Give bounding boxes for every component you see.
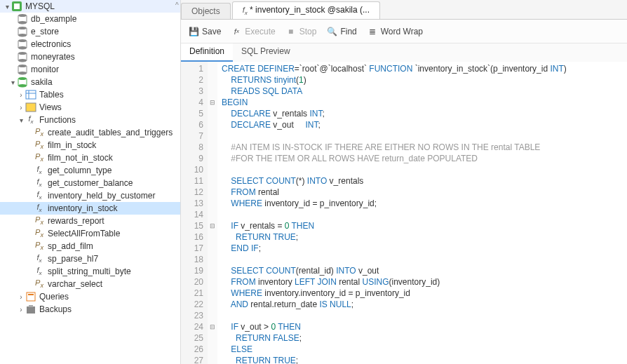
expand-icon[interactable]: ›	[17, 104, 25, 112]
code-line[interactable]: RETURN TRUE;	[222, 355, 623, 364]
code-line[interactable]	[222, 310, 623, 321]
function-label: inventory_held_by_customer	[48, 191, 155, 201]
svg-rect-16	[26, 103, 36, 112]
fold-marker	[208, 86, 217, 97]
function-inventory_in_stock[interactable]: fxinventory_in_stock	[0, 202, 180, 215]
line-number: 13	[182, 198, 203, 209]
database-electronics[interactable]: electronics	[0, 38, 180, 50]
fold-marker[interactable]: ⊟	[208, 97, 217, 108]
tab-objects[interactable]: Objects	[181, 3, 231, 19]
code-line[interactable]: WHERE inventory.inventory_id = p_invento…	[222, 288, 623, 299]
code-line[interactable]	[222, 209, 623, 220]
save-button[interactable]: 💾Save	[188, 26, 221, 37]
svg-point-5	[18, 39, 27, 42]
find-button[interactable]: 🔍Find	[326, 26, 356, 37]
code-editor[interactable]: 1234567891011121314151617181920212223242…	[181, 62, 627, 364]
code-line[interactable]: SELECT COUNT(*) INTO v_rentals	[222, 175, 623, 187]
expand-icon[interactable]: ›	[17, 306, 25, 314]
subtab-definition[interactable]: Definition	[181, 43, 233, 62]
code-line[interactable]: RETURNS tinyint(1)	[222, 74, 623, 86]
code-line[interactable]: WHERE inventory_id = p_inventory_id;	[222, 198, 623, 209]
function-icon: fx	[34, 190, 45, 201]
procedure-icon: Px	[34, 152, 45, 163]
code-line[interactable]: AND rental.return_date IS NULL;	[222, 299, 623, 310]
line-number: 22	[182, 299, 203, 310]
code-line[interactable]: FROM inventory LEFT JOIN rental USING(in…	[222, 276, 623, 288]
function-film_not_in_stock[interactable]: Pxfilm_not_in_stock	[0, 151, 180, 164]
code-line[interactable]: END IF;	[222, 243, 623, 254]
database-icon	[17, 76, 28, 88]
function-get_column_type[interactable]: fxget_column_type	[0, 164, 180, 177]
fold-marker[interactable]: ⊟	[208, 220, 217, 231]
code-line[interactable]: IF v_rentals = 0 THEN	[222, 220, 623, 231]
function-get_customer_balance[interactable]: fxget_customer_balance	[0, 177, 180, 189]
database-monitor[interactable]: monitor	[0, 63, 180, 76]
code-line[interactable]	[222, 164, 623, 175]
expand-icon[interactable]: ▾	[8, 79, 17, 86]
function-sp_add_film[interactable]: Pxsp_add_film	[0, 240, 180, 252]
folder-tables[interactable]: ›Tables	[0, 88, 180, 101]
code-line[interactable]: ELSE	[222, 344, 623, 355]
code-area[interactable]: CREATE DEFINER=`root`@`localhost` FUNCTI…	[217, 62, 627, 364]
code-line[interactable]: IF v_out > 0 THEN	[222, 321, 623, 332]
connection-root[interactable]: ▾ MYSQL	[0, 0, 180, 13]
fold-marker	[208, 209, 217, 220]
main-panel: Objects fx * inventory_in_stock @sakila …	[181, 0, 627, 364]
wordwrap-icon: ≣	[367, 26, 378, 37]
mysql-icon	[11, 1, 22, 12]
code-line[interactable]	[222, 254, 623, 265]
sidebar[interactable]: ▾ MYSQL db_examplee_storeelectronicsmone…	[0, 0, 181, 364]
expand-icon[interactable]: ›	[17, 293, 25, 301]
line-number: 23	[182, 310, 203, 321]
fold-marker[interactable]: ⊟	[208, 321, 217, 332]
collapse-icon[interactable]: ▾	[17, 116, 25, 124]
functions-icon: fx	[25, 114, 36, 126]
stop-button[interactable]: ■Stop	[285, 26, 317, 37]
code-line[interactable]: #FOR THE ITEM OR ALL ROWS HAVE return_da…	[222, 153, 623, 164]
code-line[interactable]: DECLARE v_rentals INT;	[222, 108, 623, 119]
code-line[interactable]	[222, 130, 623, 142]
function-SelectAllFromTable[interactable]: PxSelectAllFromTable	[0, 227, 180, 240]
function-rewards_report[interactable]: Pxrewards_report	[0, 215, 180, 227]
tab-current-function[interactable]: fx * inventory_in_stock @sakila (...	[232, 1, 380, 19]
procedure-icon: Px	[34, 228, 45, 239]
wordwrap-button[interactable]: ≣Word Wrap	[367, 26, 423, 37]
function-create_audit_tables_and_triggers[interactable]: Pxcreate_audit_tables_and_triggers	[0, 126, 180, 139]
function-film_in_stock[interactable]: Pxfilm_in_stock	[0, 139, 180, 151]
line-number: 24	[182, 321, 203, 332]
function-inventory_held_by_customer[interactable]: fxinventory_held_by_customer	[0, 189, 180, 202]
fold-marker	[208, 187, 217, 198]
fold-column[interactable]: ⊟⊟⊟	[208, 62, 217, 364]
sidebar-collapse-icon[interactable]: ^	[175, 1, 185, 11]
code-line[interactable]: DECLARE v_out INT;	[222, 119, 623, 130]
subtab-sqlpreview[interactable]: SQL Preview	[233, 43, 299, 62]
editor-tabs: Objects fx * inventory_in_stock @sakila …	[181, 0, 627, 20]
code-line[interactable]: RETURN TRUE;	[222, 231, 623, 243]
folder-functions[interactable]: ▾fxFunctions	[0, 114, 180, 126]
database-moneyrates[interactable]: moneyrates	[0, 50, 180, 63]
folder-queries[interactable]: ›Queries	[0, 290, 180, 303]
code-line[interactable]: FROM rental	[222, 187, 623, 198]
database-sakila[interactable]: ▾ sakila	[0, 76, 180, 88]
line-number: 10	[182, 164, 203, 175]
folder-views[interactable]: ›Views	[0, 101, 180, 114]
procedure-icon: Px	[34, 140, 45, 151]
code-line[interactable]: #AN ITEM IS IN-STOCK IF THERE ARE EITHER…	[222, 142, 623, 153]
execute-button[interactable]: fxExecute	[231, 26, 275, 37]
database-e_store[interactable]: e_store	[0, 25, 180, 38]
code-line[interactable]: READS SQL DATA	[222, 86, 623, 97]
expand-icon[interactable]: ›	[17, 91, 25, 99]
code-line[interactable]: BEGIN	[222, 97, 623, 108]
folder-backups[interactable]: ›Backups	[0, 303, 180, 316]
function-sp_parse_hl7[interactable]: fxsp_parse_hl7	[0, 252, 180, 265]
database-db_example[interactable]: db_example	[0, 13, 180, 25]
line-number: 8	[182, 142, 203, 153]
collapse-icon[interactable]: ▾	[3, 3, 11, 11]
function-varchar_select[interactable]: Pxvarchar_select	[0, 278, 180, 290]
function-split_string_multi_byte[interactable]: fxsplit_string_multi_byte	[0, 265, 180, 278]
function-icon: fx	[34, 165, 45, 176]
code-line[interactable]: RETURN FALSE;	[222, 332, 623, 344]
code-line[interactable]: SELECT COUNT(rental_id) INTO v_out	[222, 265, 623, 276]
fold-marker	[208, 74, 217, 86]
code-line[interactable]: CREATE DEFINER=`root`@`localhost` FUNCTI…	[222, 63, 623, 74]
